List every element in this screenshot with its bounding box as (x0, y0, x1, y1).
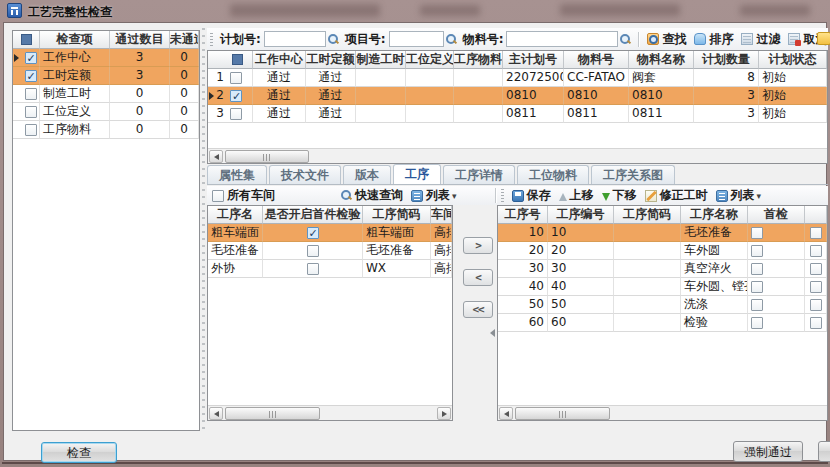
plan-row-checkbox[interactable] (230, 90, 242, 102)
check-item-checkbox[interactable] (25, 70, 37, 82)
material-no-input[interactable] (506, 31, 618, 47)
column-header-clipped[interactable] (805, 206, 827, 224)
clipped-footer-button[interactable] (818, 441, 830, 462)
column-header-master-plan-no[interactable]: 主计划号 (503, 51, 564, 69)
source-op-row[interactable]: 毛坯准备 毛坯准备 高排车间 (208, 242, 452, 260)
column-header-material-no[interactable]: 物料号 (564, 51, 629, 69)
tab-operation-details[interactable]: 工序详情 (443, 165, 515, 184)
check-item-checkbox[interactable] (25, 52, 37, 64)
target-op-row[interactable]: 30 30 真空淬火 (498, 260, 827, 278)
check-button[interactable]: 检查 (41, 442, 117, 463)
scroll-left-button[interactable] (499, 407, 513, 420)
move-left-button[interactable]: < (463, 269, 493, 286)
column-header-check-item[interactable]: 检查项 (40, 31, 110, 49)
move-all-left-button[interactable]: << (463, 301, 493, 318)
move-up-button[interactable]: 上移 (559, 187, 594, 204)
target-ops-horizontal-scrollbar[interactable] (498, 405, 827, 420)
column-header-station-def[interactable]: 工位定义 (406, 51, 454, 69)
list2-dropdown-button[interactable]: 列表▾ (716, 187, 762, 204)
column-header-work-center[interactable]: 工作中心 (253, 51, 306, 69)
clipped-checkbox[interactable] (810, 263, 822, 275)
first-check-checkbox[interactable] (751, 263, 763, 275)
column-header-op-name[interactable]: 工序名 (208, 206, 263, 224)
plan-row[interactable]: 2 通过 通过 0810 0810 0810 3 初始 (208, 87, 827, 105)
scroll-left-button[interactable] (209, 150, 223, 163)
column-header-labor-quota[interactable]: 工时定额 (306, 51, 356, 69)
toolbar-grip[interactable] (501, 189, 504, 202)
material-no-search-icon[interactable] (620, 34, 631, 45)
target-op-row[interactable]: 60 60 检验 (498, 314, 827, 332)
clipped-checkbox[interactable] (810, 317, 822, 329)
first-check-checkbox[interactable] (751, 317, 763, 329)
find-button[interactable]: 查找 (647, 31, 686, 48)
check-item-row[interactable]: 工序物料 0 0 (13, 121, 199, 139)
check-item-checkbox[interactable] (25, 88, 37, 100)
fix-work-hours-button[interactable]: 修正工时 (645, 187, 708, 204)
column-header-workshop[interactable]: 车间 (431, 206, 452, 224)
tab-version[interactable]: 版本 (343, 165, 391, 184)
filter-button[interactable]: 过滤 (741, 31, 780, 48)
list-dropdown-button[interactable]: 列表▾ (411, 187, 457, 204)
check-item-row[interactable]: 工时定额 3 0 (13, 67, 199, 85)
scrollbar-thumb[interactable] (225, 150, 309, 163)
column-header-mfg-hours[interactable]: 制造工时 (356, 51, 406, 69)
target-op-row[interactable]: 10 10 毛坯准备 (498, 224, 827, 242)
tab-station-materials[interactable]: 工位物料 (517, 165, 589, 184)
scrollbar-thumb[interactable] (225, 407, 320, 420)
column-header-op-code[interactable]: 工序简码 (614, 206, 681, 224)
target-op-row[interactable]: 40 40 车外圆、镗孔 (498, 278, 827, 296)
all-workshops-checkbox[interactable] (212, 190, 224, 202)
column-header-passed-count[interactable]: 通过数目 (110, 31, 170, 49)
tab-operations[interactable]: 工序 (393, 164, 441, 184)
target-op-row[interactable]: 20 20 车外圆 (498, 242, 827, 260)
first-check-checkbox[interactable] (751, 227, 763, 239)
clipped-checkbox[interactable] (810, 245, 822, 257)
first-check-checkbox[interactable] (751, 281, 763, 293)
scrollbar-thumb[interactable] (515, 407, 610, 420)
source-op-row[interactable]: 粗车端面 粗车端面 高排车间 (208, 224, 452, 242)
scroll-right-button[interactable] (437, 407, 451, 420)
check-item-row[interactable]: 工作中心 3 0 (13, 49, 199, 67)
target-op-row[interactable]: 50 50 洗涤 (498, 296, 827, 314)
check-item-checkbox[interactable] (25, 124, 37, 136)
column-header-op-name[interactable]: 工序名称 (681, 206, 748, 224)
plan-table-horizontal-scrollbar[interactable] (208, 148, 827, 163)
save-button[interactable]: 保存 (512, 187, 551, 204)
check-item-row[interactable]: 制造工时 0 0 (13, 85, 199, 103)
source-op-row[interactable]: 外协 WX 高排车间 (208, 260, 452, 278)
tab-attribute-set[interactable]: 属性集 (207, 165, 267, 184)
column-header-op-code[interactable]: 工序简码 (363, 206, 431, 224)
first-article-checkbox[interactable] (307, 263, 319, 275)
vertical-splitter[interactable] (202, 28, 205, 431)
plan-row[interactable]: 3 通过 通过 0811 0811 0811 3 初始 (208, 105, 827, 123)
plan-row[interactable]: 1 通过 通过 2207250002 CC-FATAO 阀套 8 初始 (208, 69, 827, 87)
sort-button[interactable]: 排序 (694, 31, 733, 48)
move-down-button[interactable]: 下移 (602, 187, 637, 204)
column-header-op-number[interactable]: 工序编号 (548, 206, 614, 224)
check-item-row[interactable]: 工位定义 0 0 (13, 103, 199, 121)
first-check-checkbox[interactable] (751, 245, 763, 257)
toolbar-grip[interactable] (210, 33, 213, 46)
clipped-checkbox[interactable] (810, 299, 822, 311)
clipped-checkbox[interactable] (810, 227, 822, 239)
clipped-toolbar-icon[interactable] (817, 32, 830, 45)
column-header-material-name[interactable]: 物料名称 (629, 51, 694, 69)
force-pass-button[interactable]: 强制通过 (733, 441, 803, 462)
check-item-checkbox[interactable] (25, 106, 37, 118)
first-check-checkbox[interactable] (751, 299, 763, 311)
column-header-failed-count[interactable]: 未通过... (170, 31, 199, 49)
column-header-op-no[interactable]: 工序号 (498, 206, 548, 224)
scroll-left-button[interactable] (209, 407, 223, 420)
title-bar[interactable]: 工艺完整性检查 (0, 0, 830, 22)
tab-tech-docs[interactable]: 技术文件 (269, 165, 341, 184)
select-all-header-cell[interactable] (208, 51, 253, 69)
source-ops-horizontal-scrollbar[interactable] (208, 405, 452, 420)
first-article-checkbox[interactable] (307, 227, 319, 239)
quick-query-button[interactable]: 快速查询 (341, 187, 403, 204)
move-right-button[interactable]: > (463, 237, 493, 254)
column-header-plan-qty[interactable]: 计划数量 (694, 51, 759, 69)
first-article-checkbox[interactable] (307, 245, 319, 257)
plan-row-checkbox[interactable] (230, 108, 242, 120)
project-no-input[interactable] (389, 31, 444, 47)
column-header-op-material[interactable]: 工序物料 (454, 51, 503, 69)
